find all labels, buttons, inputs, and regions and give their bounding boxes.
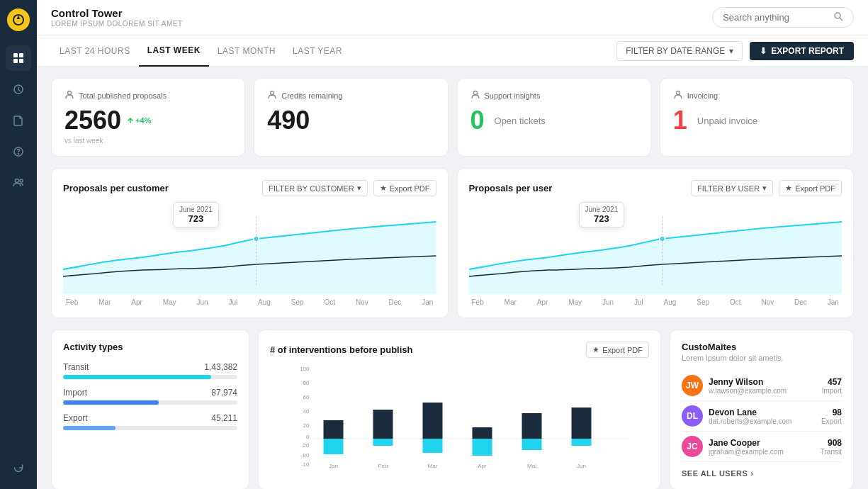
invoicing-label: Invoicing	[687, 91, 718, 100]
devon-email: dat.roberts@example.com	[709, 417, 816, 425]
svg-text:Apr: Apr	[478, 463, 487, 469]
svg-text:100: 100	[300, 366, 310, 372]
app-logo	[7, 9, 30, 31]
customer-chart-export-button[interactable]: ★ Export PDF	[373, 180, 436, 196]
svg-point-8	[20, 179, 23, 182]
support-value: 0	[470, 106, 485, 135]
brand: Control Tower LOREM IPSUM DOLOREM SIT AM…	[51, 7, 183, 28]
customer-devon: DL Devon Lane dat.roberts@example.com 98…	[682, 401, 842, 432]
customer-jenny: JW Jenny Wilson w.lawson@example.com 457…	[682, 371, 842, 401]
chart-tooltip: June 2021 723	[173, 202, 219, 227]
proposals-customer-svg	[63, 202, 436, 294]
devon-count: 98	[821, 408, 842, 417]
tab-24h[interactable]: LAST 24 HOURS	[51, 35, 139, 67]
svg-rect-38	[572, 408, 592, 439]
search-bar[interactable]	[712, 7, 854, 28]
proposals-user-months: FebMarApr MayJunJul AugSepOct NovDecJan	[469, 298, 842, 306]
svg-text:Jan: Jan	[329, 463, 338, 469]
invoicing-sub: Unpaid invoice	[697, 116, 757, 126]
tab-week[interactable]: LAST WEEK	[139, 35, 209, 67]
import-label: Import	[63, 388, 87, 398]
jenny-count: 457	[822, 377, 842, 387]
interventions-export-button[interactable]: ★ Export PDF	[586, 342, 649, 358]
svg-rect-32	[423, 403, 443, 439]
activity-import: Import 87,974	[63, 388, 237, 405]
devon-name: Devon Lane	[709, 408, 816, 417]
sidebar-item-dashboard[interactable]	[6, 45, 31, 71]
jenny-email: w.lawson@example.com	[709, 387, 816, 395]
see-all-users-button[interactable]: SEE ALL USERS ›	[682, 469, 842, 478]
star-icon: ★	[785, 184, 792, 193]
svg-point-6	[18, 154, 19, 154]
proposals-user-chart-area: June 2021 723	[469, 202, 842, 297]
svg-text:Mai: Mai	[527, 463, 536, 469]
app-title: Control Tower	[51, 7, 183, 19]
proposals-customer-chart-area: June 2021 723	[63, 202, 436, 297]
proposals-value: 2560	[64, 106, 121, 135]
support-label: Support insights	[485, 91, 541, 100]
date-range-filter-button[interactable]: FILTER BY DATE RANGE ▾	[616, 41, 743, 61]
sidebar-item-documents[interactable]	[6, 108, 31, 133]
search-icon	[833, 11, 843, 23]
tabs-right-controls: FILTER BY DATE RANGE ▾ ⬇ EXPORT REPORT	[616, 41, 854, 61]
proposals-icon	[64, 90, 74, 101]
import-value: 87,974	[211, 388, 237, 398]
kpi-support: Support insights 0 Open tickets	[457, 78, 651, 157]
jane-email: jgraham@example.com	[709, 448, 815, 456]
interventions-svg: 100 80 60 40 20 0 -20 -80 -10	[270, 364, 649, 470]
chevron-down-icon: ▾	[357, 184, 361, 193]
proposals-badge-sub: vs last week	[64, 137, 232, 145]
invoicing-icon	[673, 90, 683, 101]
svg-text:Mar: Mar	[428, 463, 438, 469]
svg-text:Jun: Jun	[577, 463, 586, 469]
customer-filter-button[interactable]: FILTER BY CUSTOMER ▾	[262, 180, 367, 196]
charts-row: Proposals per customer FILTER BY CUSTOME…	[51, 168, 854, 318]
search-input[interactable]	[723, 12, 828, 23]
interventions-card: # of interventions before publish ★ Expo…	[258, 330, 661, 489]
sidebar-item-users[interactable]	[6, 170, 31, 196]
activity-title: Activity types	[63, 342, 237, 352]
chevron-down-icon: ▾	[729, 46, 733, 56]
svg-rect-36	[522, 413, 542, 439]
app-subtitle: LOREM IPSUM DOLOREM SIT AMET	[51, 20, 183, 28]
support-sub: Open tickets	[495, 116, 546, 126]
user-chart-tooltip: June 2021 723	[579, 202, 625, 227]
user-chart-export-button[interactable]: ★ Export PDF	[779, 180, 842, 196]
export-report-button[interactable]: ⬇ EXPORT REPORT	[750, 42, 854, 60]
support-icon	[470, 90, 480, 101]
content-area: Total published proposals 2560 +4% vs la…	[37, 67, 868, 489]
sidebar-item-history[interactable]	[6, 77, 31, 102]
jane-avatar: JC	[682, 436, 703, 457]
proposals-customer-title: Proposals per customer	[63, 183, 169, 193]
activity-transit: Transit 1,43,382	[63, 362, 237, 379]
sidebar-item-help[interactable]	[6, 139, 31, 164]
sidebar-item-refresh[interactable]	[6, 455, 31, 480]
filter-label: FILTER BY DATE RANGE	[626, 46, 725, 56]
svg-point-7	[16, 179, 19, 183]
svg-point-13	[676, 91, 680, 95]
svg-rect-3	[19, 59, 23, 63]
svg-text:-10: -10	[301, 461, 310, 468]
activity-export: Export 45,211	[63, 413, 237, 430]
tabs-bar: LAST 24 HOURS LAST WEEK LAST MONTH LAST …	[37, 35, 868, 67]
svg-text:0: 0	[306, 434, 310, 440]
sidebar	[0, 0, 37, 489]
svg-rect-37	[522, 439, 542, 450]
devon-type: Export	[821, 417, 842, 425]
tab-year[interactable]: LAST YEAR	[284, 35, 351, 67]
svg-text:40: 40	[303, 408, 310, 415]
svg-rect-33	[423, 439, 443, 453]
activity-card: Activity types Transit 1,43,382 Import 8…	[51, 330, 249, 489]
proposals-user-title: Proposals per user	[469, 183, 553, 193]
proposals-user-chart: Proposals per user FILTER BY USER ▾ ★ Ex…	[457, 168, 855, 318]
jenny-type: Import	[822, 387, 842, 395]
jane-count: 908	[821, 438, 842, 448]
export-label: EXPORT REPORT	[771, 46, 844, 56]
svg-text:-20: -20	[301, 442, 310, 449]
chevron-right-icon: ›	[750, 469, 753, 478]
export-label: Export	[63, 413, 88, 423]
invoicing-value: 1	[673, 106, 687, 135]
user-filter-button[interactable]: FILTER BY USER ▾	[691, 180, 773, 196]
svg-text:Feb: Feb	[378, 463, 388, 469]
tab-month[interactable]: LAST MONTH	[209, 35, 284, 67]
